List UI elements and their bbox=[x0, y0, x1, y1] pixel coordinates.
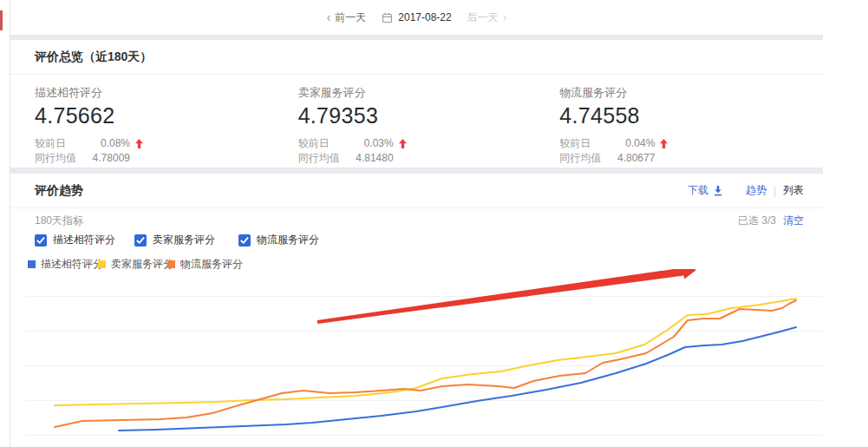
card-row: 同行均值 4.78009 bbox=[35, 151, 298, 166]
card-label: 卖家服务评分 bbox=[298, 85, 560, 101]
next-day-button[interactable]: 后一天 › bbox=[467, 10, 507, 25]
download-button[interactable]: 下载 bbox=[688, 183, 723, 198]
prev-day-button[interactable]: ‹ 前一天 bbox=[327, 10, 367, 25]
score-cards: 描述相符评分 4.75662 较前日 0.08% 同行均值 4.78009 卖家… bbox=[10, 75, 823, 166]
view-toggle: 趋势 | 列表 bbox=[746, 183, 804, 198]
up-arrow-icon bbox=[660, 139, 668, 148]
overview-title: 评价总览（近180天） bbox=[35, 49, 152, 65]
chevron-right-icon: › bbox=[503, 10, 507, 24]
card-row: 较前日 0.04% bbox=[559, 136, 823, 151]
indicator-filter-row: 180天指标 已选 3/3 清空 bbox=[35, 214, 804, 228]
legend-swatch-yellow bbox=[98, 260, 106, 268]
legend-swatch-blue bbox=[28, 260, 36, 268]
indicator-label: 180天指标 bbox=[35, 214, 83, 228]
trend-line-chart bbox=[0, 269, 868, 447]
card-value: 4.75662 bbox=[35, 103, 298, 128]
download-label: 下载 bbox=[688, 183, 708, 198]
download-icon bbox=[713, 185, 723, 196]
calendar-icon bbox=[382, 12, 393, 23]
view-list-tab[interactable]: 列表 bbox=[783, 183, 804, 198]
card-row: 较前日 0.03% bbox=[298, 136, 560, 151]
legend-swatch-orange bbox=[167, 260, 175, 268]
checkbox-checked-icon bbox=[35, 234, 47, 247]
date-picker[interactable]: 2017-08-22 bbox=[382, 11, 451, 23]
card-row: 同行均值 4.81480 bbox=[298, 151, 560, 166]
clear-selection-link[interactable]: 清空 bbox=[783, 214, 804, 228]
chevron-left-icon: ‹ bbox=[327, 10, 331, 24]
card-row: 同行均值 4.80677 bbox=[559, 151, 823, 166]
card-row: 较前日 0.08% bbox=[35, 136, 298, 151]
up-arrow-icon bbox=[135, 139, 143, 148]
trend-header: 评价趋势 下载 趋势 | 列表 bbox=[10, 174, 823, 208]
prev-day-label: 前一天 bbox=[335, 10, 366, 25]
card-value: 4.79353 bbox=[298, 103, 560, 128]
checkbox-checked-icon bbox=[238, 234, 251, 247]
checkbox-seller-service-score[interactable]: 卖家服务评分 bbox=[134, 233, 215, 247]
score-card-description: 描述相符评分 4.75662 较前日 0.08% 同行均值 4.78009 bbox=[35, 85, 298, 166]
card-label: 描述相符评分 bbox=[35, 85, 298, 101]
trend-header-controls: 下载 趋势 | 列表 bbox=[688, 183, 804, 198]
section-separator bbox=[10, 168, 823, 174]
current-date: 2017-08-22 bbox=[398, 11, 451, 23]
selected-count: 已选 3/3 bbox=[738, 214, 776, 228]
card-value: 4.74558 bbox=[559, 103, 823, 128]
score-card-seller-service: 卖家服务评分 4.79353 较前日 0.03% 同行均值 4.81480 bbox=[298, 85, 560, 166]
view-trend-tab[interactable]: 趋势 bbox=[746, 183, 767, 198]
checkbox-logistics-score[interactable]: 物流服务评分 bbox=[238, 233, 319, 247]
up-arrow-icon bbox=[399, 139, 407, 148]
overview-panel: 评价总览（近180天） 描述相符评分 4.75662 较前日 0.08% 同行均… bbox=[10, 40, 823, 168]
overview-header: 评价总览（近180天） bbox=[10, 40, 823, 75]
view-divider: | bbox=[773, 185, 776, 197]
checkbox-description-score[interactable]: 描述相符评分 bbox=[35, 233, 115, 247]
next-day-label: 后一天 bbox=[467, 10, 499, 25]
selection-status: 已选 3/3 清空 bbox=[738, 214, 804, 228]
score-card-logistics: 物流服务评分 4.74558 较前日 0.04% 同行均值 4.80677 bbox=[559, 85, 823, 166]
card-label: 物流服务评分 bbox=[559, 85, 823, 101]
window-edge-red-sliver bbox=[0, 10, 3, 30]
trend-title: 评价趋势 bbox=[35, 183, 83, 199]
checkbox-checked-icon bbox=[134, 234, 147, 247]
date-navigation-bar: ‹ 前一天 2017-08-22 后一天 › bbox=[10, 0, 823, 35]
